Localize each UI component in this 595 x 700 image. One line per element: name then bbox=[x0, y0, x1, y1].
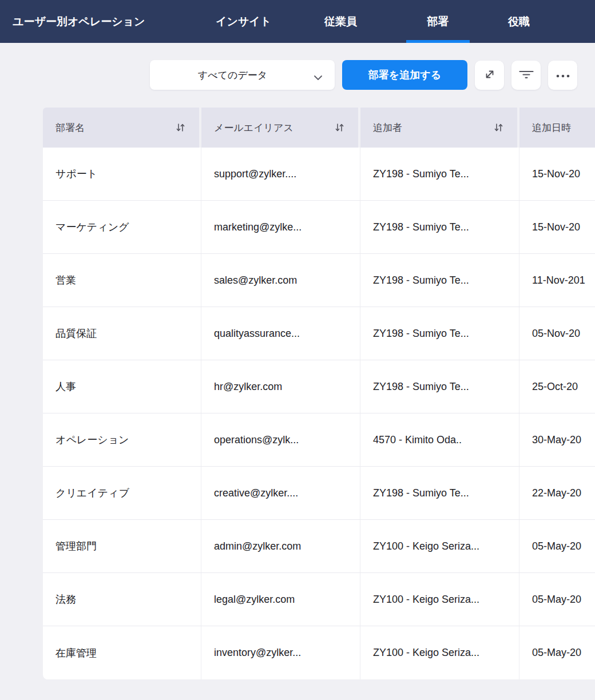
cell-added-by: ZY100 - Keigo Seriza... bbox=[360, 573, 519, 626]
active-tab-indicator bbox=[406, 40, 470, 43]
sort-icon[interactable] bbox=[335, 122, 344, 133]
tab-user-operations[interactable]: ユーザー別オペレーション bbox=[13, 0, 145, 43]
data-view-dropdown[interactable]: すべてのデータ bbox=[150, 60, 335, 90]
table-header-row: 部署名 メールエイリアス 追加者 bbox=[43, 108, 595, 148]
cell-mail-alias: marketing@zylke... bbox=[201, 201, 360, 253]
more-options-icon bbox=[556, 71, 570, 79]
cell-mail-alias: qualityassurance... bbox=[201, 307, 360, 360]
cell-mail-alias: admin@zylker.com bbox=[201, 520, 360, 572]
cell-added-by: ZY198 - Sumiyo Te... bbox=[360, 201, 519, 253]
cell-mail-alias: creative@zylker.... bbox=[201, 467, 360, 519]
column-header-label: 追加日時 bbox=[532, 121, 571, 134]
column-header-label: メールエイリアス bbox=[214, 121, 293, 134]
cell-added-on: 15-Nov-20 bbox=[519, 148, 595, 200]
tab-departments[interactable]: 部署 bbox=[406, 0, 470, 43]
cell-added-by: ZY100 - Keigo Seriza... bbox=[360, 626, 519, 679]
cell-added-by: ZY198 - Sumiyo Te... bbox=[360, 307, 519, 360]
tab-employees[interactable]: 従業員 bbox=[324, 0, 357, 43]
cell-added-on: 05-May-20 bbox=[519, 573, 595, 626]
table-row[interactable]: 在庫管理 inventory@zylker... ZY100 - Keigo S… bbox=[43, 626, 595, 679]
cell-added-on: 22-May-20 bbox=[519, 467, 595, 519]
cell-added-by: ZY198 - Sumiyo Te... bbox=[360, 467, 519, 519]
cell-added-on: 05-Nov-20 bbox=[519, 307, 595, 360]
more-options-button[interactable] bbox=[548, 61, 577, 90]
cell-added-by: ZY198 - Sumiyo Te... bbox=[360, 360, 519, 413]
expand-icon bbox=[483, 68, 496, 82]
cell-department-name: 管理部門 bbox=[43, 520, 201, 572]
data-view-dropdown-value: すべてのデータ bbox=[198, 69, 287, 82]
cell-mail-alias: support@zylker.... bbox=[201, 148, 360, 200]
cell-mail-alias: inventory@zylker... bbox=[201, 626, 360, 679]
column-header-added-on[interactable]: 追加日時 bbox=[519, 108, 595, 148]
add-department-button[interactable]: 部署を追加する bbox=[342, 60, 467, 90]
cell-department-name: 在庫管理 bbox=[43, 626, 201, 679]
tab-insights[interactable]: インサイト bbox=[216, 0, 271, 43]
table-row[interactable]: マーケティング marketing@zylke... ZY198 - Sumiy… bbox=[43, 201, 595, 254]
cell-added-by: ZY198 - Sumiyo Te... bbox=[360, 254, 519, 307]
cell-added-by: 4570 - Kimito Oda.. bbox=[360, 413, 519, 466]
cell-added-on: 25-Oct-20 bbox=[519, 360, 595, 413]
cell-department-name: オペレーション bbox=[43, 413, 201, 466]
tab-departments-label: 部署 bbox=[427, 15, 449, 27]
cell-added-by: ZY198 - Sumiyo Te... bbox=[360, 148, 519, 200]
expand-view-button[interactable] bbox=[475, 61, 504, 90]
cell-department-name: 品質保証 bbox=[43, 307, 201, 360]
cell-department-name: 法務 bbox=[43, 573, 201, 626]
cell-added-on: 15-Nov-20 bbox=[519, 201, 595, 253]
cell-added-on: 05-May-20 bbox=[519, 520, 595, 572]
column-header-department-name[interactable]: 部署名 bbox=[43, 108, 201, 148]
cell-department-name: マーケティング bbox=[43, 201, 201, 253]
cell-mail-alias: sales@zylker.com bbox=[201, 254, 360, 307]
table-row[interactable]: オペレーション operations@zylk... 4570 - Kimito… bbox=[43, 413, 595, 467]
top-navigation: ユーザー別オペレーション インサイト 従業員 部署 役職 bbox=[0, 0, 595, 43]
chevron-down-icon bbox=[314, 73, 322, 83]
cell-department-name: クリエイティブ bbox=[43, 467, 201, 519]
app-window: ユーザー別オペレーション インサイト 従業員 部署 役職 すべてのデータ 部署を… bbox=[0, 0, 595, 700]
departments-table: 部署名 メールエイリアス 追加者 bbox=[43, 108, 595, 679]
cell-added-on: 30-May-20 bbox=[519, 413, 595, 466]
cell-department-name: 営業 bbox=[43, 254, 201, 307]
table-row[interactable]: 法務 legal@zylker.com ZY100 - Keigo Seriza… bbox=[43, 573, 595, 626]
cell-department-name: サポート bbox=[43, 148, 201, 200]
filter-icon bbox=[519, 70, 534, 81]
cell-mail-alias: hr@zylker.com bbox=[201, 360, 360, 413]
table-row[interactable]: サポート support@zylker.... ZY198 - Sumiyo T… bbox=[43, 148, 595, 201]
column-header-added-by[interactable]: 追加者 bbox=[360, 108, 519, 148]
sort-icon[interactable] bbox=[494, 122, 503, 133]
sort-icon[interactable] bbox=[176, 122, 185, 133]
column-header-label: 部署名 bbox=[55, 121, 85, 134]
cell-department-name: 人事 bbox=[43, 360, 201, 413]
column-header-mail-alias[interactable]: メールエイリアス bbox=[201, 108, 360, 148]
table-row[interactable]: クリエイティブ creative@zylker.... ZY198 - Sumi… bbox=[43, 467, 595, 520]
column-header-label: 追加者 bbox=[373, 121, 402, 134]
table-row[interactable]: 営業 sales@zylker.com ZY198 - Sumiyo Te...… bbox=[43, 254, 595, 307]
cell-added-on: 11-Nov-201 bbox=[519, 254, 595, 307]
cell-mail-alias: operations@zylk... bbox=[201, 413, 360, 466]
cell-mail-alias: legal@zylker.com bbox=[201, 573, 360, 626]
table-row[interactable]: 管理部門 admin@zylker.com ZY100 - Keigo Seri… bbox=[43, 520, 595, 573]
table-row[interactable]: 品質保証 qualityassurance... ZY198 - Sumiyo … bbox=[43, 307, 595, 360]
filter-button[interactable] bbox=[511, 61, 541, 90]
cell-added-on: 05-May-20 bbox=[519, 626, 595, 679]
tab-designations[interactable]: 役職 bbox=[508, 0, 530, 43]
table-row[interactable]: 人事 hr@zylker.com ZY198 - Sumiyo Te... 25… bbox=[43, 360, 595, 413]
cell-added-by: ZY100 - Keigo Seriza... bbox=[360, 520, 519, 572]
table-body: サポート support@zylker.... ZY198 - Sumiyo T… bbox=[43, 148, 595, 679]
toolbar: すべてのデータ 部署を追加する bbox=[0, 60, 595, 90]
